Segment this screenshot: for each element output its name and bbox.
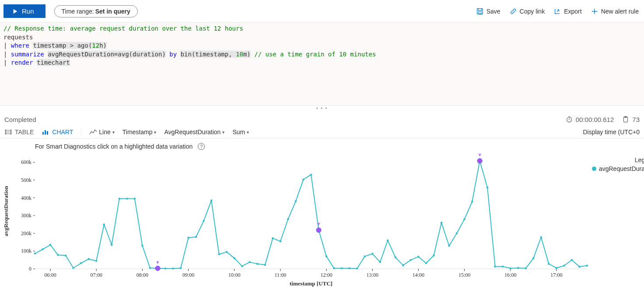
view-bar: TABLE CHART Line▾ Timestamp▾ AvgRequestD… bbox=[0, 126, 644, 139]
svg-text:300k: 300k bbox=[21, 212, 32, 219]
view-chart-toggle[interactable]: CHART bbox=[42, 129, 73, 136]
svg-point-106 bbox=[471, 201, 473, 203]
svg-point-49 bbox=[34, 253, 36, 255]
svg-point-85 bbox=[310, 174, 312, 176]
svg-text:06:00: 06:00 bbox=[44, 272, 56, 278]
new-alert-rule-button[interactable]: New alert rule bbox=[591, 7, 639, 15]
svg-point-119 bbox=[571, 259, 573, 261]
time-range-label: Time range: bbox=[62, 8, 94, 15]
svg-point-120 bbox=[578, 266, 581, 268]
svg-point-78 bbox=[256, 263, 259, 265]
query-editor[interactable]: // Response time: average request durati… bbox=[0, 23, 644, 106]
plus-icon bbox=[591, 7, 598, 15]
export-button[interactable]: Export bbox=[553, 7, 581, 15]
svg-point-94 bbox=[379, 261, 381, 263]
svg-point-90 bbox=[348, 267, 350, 269]
svg-point-82 bbox=[287, 218, 289, 220]
svg-rect-0 bbox=[477, 8, 483, 14]
chart-area[interactable]: 0100k200k300k400k500k600k06:0007:0008:00… bbox=[0, 152, 644, 287]
svg-point-92 bbox=[364, 255, 366, 257]
svg-point-97 bbox=[402, 264, 404, 267]
copy-link-button[interactable]: Copy link bbox=[509, 7, 545, 15]
splitter-handle[interactable]: • • • bbox=[0, 106, 644, 113]
svg-point-114 bbox=[532, 257, 535, 259]
new-alert-label: New alert rule bbox=[601, 8, 639, 15]
view-table-toggle[interactable]: TABLE bbox=[4, 129, 34, 136]
svg-point-77 bbox=[248, 261, 251, 263]
svg-point-115 bbox=[540, 236, 542, 238]
svg-point-68 bbox=[180, 267, 182, 269]
svg-text:11:00: 11:00 bbox=[274, 272, 286, 278]
svg-point-79 bbox=[264, 264, 266, 266]
rows-value: 73 bbox=[632, 116, 640, 123]
svg-text:07:00: 07:00 bbox=[91, 272, 102, 278]
aggregation-dropdown[interactable]: Sum▾ bbox=[232, 129, 249, 136]
svg-point-83 bbox=[295, 200, 297, 202]
svg-point-104 bbox=[456, 232, 458, 234]
svg-point-66 bbox=[164, 268, 167, 270]
svg-point-122 bbox=[155, 266, 160, 271]
table-icon bbox=[4, 129, 12, 135]
svg-point-98 bbox=[410, 259, 412, 261]
svg-point-61 bbox=[126, 198, 128, 200]
link-icon bbox=[509, 7, 517, 15]
svg-text:15:00: 15:00 bbox=[458, 272, 470, 278]
status-text: Completed bbox=[4, 116, 36, 123]
chevron-down-icon: ▾ bbox=[247, 130, 249, 135]
svg-point-101 bbox=[433, 254, 435, 257]
svg-point-126 bbox=[477, 159, 482, 163]
svg-point-58 bbox=[103, 223, 105, 226]
svg-point-72 bbox=[210, 199, 213, 202]
svg-point-64 bbox=[149, 267, 151, 269]
help-icon[interactable]: ? bbox=[198, 143, 205, 150]
svg-text:16:00: 16:00 bbox=[504, 272, 516, 278]
svg-point-87 bbox=[326, 255, 328, 257]
svg-point-121 bbox=[586, 264, 588, 267]
svg-point-99 bbox=[417, 256, 420, 258]
toolbar-actions: Save Copy link Export New alert rule bbox=[476, 7, 639, 15]
chart-icon bbox=[42, 129, 49, 135]
line-icon bbox=[89, 129, 97, 135]
svg-point-96 bbox=[395, 256, 397, 258]
svg-point-70 bbox=[195, 236, 197, 238]
svg-rect-1 bbox=[478, 11, 481, 14]
svg-point-81 bbox=[280, 240, 282, 243]
svg-text:0: 0 bbox=[29, 266, 32, 272]
svg-point-80 bbox=[272, 237, 274, 240]
line-chart: 0100k200k300k400k500k600k06:0007:0008:00… bbox=[0, 152, 644, 287]
svg-text:17:00: 17:00 bbox=[550, 272, 562, 278]
svg-point-56 bbox=[88, 258, 90, 260]
svg-text:500k: 500k bbox=[21, 177, 32, 183]
divider bbox=[81, 128, 81, 136]
svg-point-76 bbox=[241, 265, 243, 268]
svg-point-102 bbox=[441, 222, 443, 224]
svg-text:▼: ▼ bbox=[316, 221, 321, 226]
save-button[interactable]: Save bbox=[476, 7, 500, 15]
svg-point-84 bbox=[302, 178, 304, 181]
chart-hint-row: For Smart Diagnostics click on a highlig… bbox=[0, 139, 644, 152]
chart-label: CHART bbox=[52, 129, 73, 136]
svg-text:10:00: 10:00 bbox=[228, 272, 240, 278]
svg-rect-7 bbox=[47, 131, 48, 135]
y-axis-dropdown[interactable]: AvgRequestDuration▾ bbox=[164, 129, 224, 136]
svg-text:600k: 600k bbox=[21, 159, 32, 165]
svg-point-103 bbox=[448, 245, 450, 247]
svg-point-50 bbox=[42, 248, 44, 250]
run-label: Run bbox=[22, 7, 34, 15]
x-axis-dropdown[interactable]: Timestamp▾ bbox=[122, 129, 157, 136]
time-range-pill[interactable]: Time range: Set in query bbox=[54, 5, 138, 17]
clipboard-icon bbox=[622, 115, 630, 123]
svg-text:▼: ▼ bbox=[477, 152, 482, 157]
svg-point-118 bbox=[563, 264, 565, 267]
chart-type-dropdown[interactable]: Line▾ bbox=[89, 129, 114, 136]
export-icon bbox=[553, 7, 561, 15]
status-bar: Completed 00:00:00.612 73 bbox=[0, 113, 644, 126]
svg-point-110 bbox=[502, 265, 504, 268]
duration-value: 00:00:00.612 bbox=[576, 116, 614, 123]
svg-point-88 bbox=[333, 267, 335, 269]
svg-point-59 bbox=[111, 244, 113, 246]
run-button[interactable]: Run bbox=[4, 4, 46, 18]
svg-point-57 bbox=[95, 260, 98, 262]
svg-point-75 bbox=[233, 257, 235, 259]
toolbar: Run Time range: Set in query Save Copy l… bbox=[0, 0, 644, 23]
